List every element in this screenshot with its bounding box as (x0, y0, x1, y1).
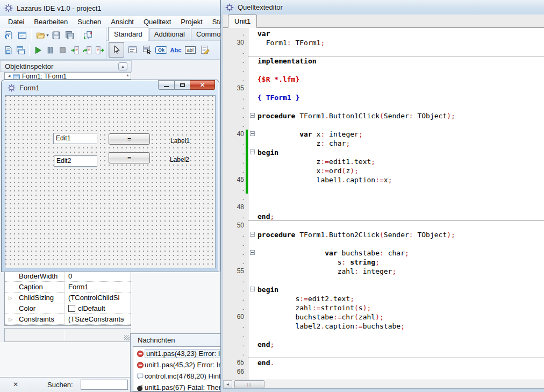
gutter-cell[interactable]: . (223, 184, 248, 194)
label1-control[interactable]: Label1 (170, 137, 190, 145)
code-line[interactable]: . (223, 331, 544, 340)
code-line[interactable]: .var (223, 29, 544, 38)
gutter-cell[interactable]: 45 (223, 175, 248, 184)
gutter-cell[interactable]: 35 (223, 84, 248, 93)
property-name[interactable]: Color (5, 303, 65, 313)
minimize-button[interactable] (158, 80, 175, 90)
code-line-body[interactable]: {$R *.lfm} (248, 75, 544, 84)
fold-marker-icon[interactable] (250, 149, 255, 154)
code-line[interactable]: . z: char; (223, 139, 544, 148)
view-forms-button[interactable] (15, 44, 27, 57)
edit1-control[interactable]: Edit1 (53, 133, 97, 144)
palette-tab-additional[interactable]: Additional (149, 28, 190, 40)
step-over-button[interactable] (81, 44, 94, 57)
code-line-body[interactable]: end; (248, 212, 544, 221)
code-line[interactable]: .end; (223, 212, 544, 221)
code-line[interactable]: 55 zahl: integer; (223, 267, 544, 276)
code-line[interactable]: 45 label1.caption:=x; (223, 175, 544, 184)
gutter-cell[interactable]: . (223, 294, 248, 303)
gutter-cell[interactable]: 65 (223, 358, 248, 367)
object-inspector-tree-row[interactable]: ◄ Form1: TForm1 ▲ (4, 72, 131, 80)
property-name[interactable]: Caption (5, 282, 65, 292)
save-all-button[interactable] (63, 28, 76, 42)
code-line-body[interactable] (248, 367, 544, 376)
code-line-body[interactable] (248, 184, 544, 194)
messages-title-bar[interactable]: Nachrichten (131, 334, 221, 346)
tpopupmenu-component[interactable] (140, 44, 153, 56)
gutter-cell[interactable]: . (223, 157, 248, 166)
menu-item-datei[interactable]: Datei (3, 17, 29, 27)
code-line-body[interactable] (248, 276, 544, 285)
gutter-cell[interactable]: . (223, 349, 248, 358)
horizontal-scrollbar[interactable]: ◄ ||| (223, 380, 544, 388)
menu-item-suchen[interactable]: Suchen (73, 17, 106, 27)
code-line[interactable]: . z:=edit1.text; (223, 157, 544, 166)
gutter-cell[interactable]: 55 (223, 267, 248, 276)
code-line-body[interactable]: procedure TForm1.Button2Click(Sender: TO… (248, 230, 544, 239)
gutter-cell[interactable]: . (223, 276, 248, 285)
gutter-cell[interactable]: . (223, 66, 248, 75)
scroll-down-button[interactable]: ▼ (121, 318, 125, 323)
code-line-body[interactable]: Form1: TForm1; (248, 38, 544, 47)
code-line-body[interactable]: zahl: integer; (248, 267, 544, 276)
code-line-body[interactable]: zahl:=strtoint(s); (248, 303, 544, 312)
code-line-body[interactable]: var buchstabe: char; (248, 248, 544, 258)
code-line[interactable]: 60 buchstabe:=chr(zahl); (223, 312, 544, 322)
scroll-left-button[interactable]: ◄ (223, 380, 232, 388)
new-unit-button[interactable] (2, 28, 16, 42)
code-line[interactable]: . (223, 239, 544, 248)
gutter-cell[interactable]: . (223, 148, 248, 157)
gutter-cell[interactable]: . (223, 248, 248, 258)
tedit-component[interactable]: abI (184, 44, 197, 56)
code-line[interactable]: .end; (223, 340, 544, 349)
gutter-cell[interactable]: . (223, 29, 248, 38)
tbutton-component[interactable]: Ok (155, 44, 168, 56)
tmainmenu-component[interactable] (126, 44, 139, 56)
code-line[interactable]: 40 var x: integer; (223, 130, 544, 139)
code-line[interactable]: 66 (223, 367, 544, 376)
gutter-cell[interactable]: . (223, 212, 248, 221)
expand-icon[interactable]: ▷ (9, 317, 12, 322)
property-value[interactable]: (TControlChildSi (65, 293, 131, 303)
code-line[interactable]: . (223, 276, 544, 285)
tab-unit1[interactable]: Unit1 (228, 15, 257, 28)
object-inspector-header[interactable]: Objektinspektor ▲ (0, 60, 132, 72)
gutter-cell[interactable]: . (223, 75, 248, 84)
code-line[interactable]: . (223, 102, 544, 111)
editor-title-bar[interactable]: Quelltexteditor (221, 0, 544, 15)
code-line-body[interactable]: var (248, 29, 544, 38)
code-line-body[interactable] (248, 220, 544, 230)
toggle-form-unit-button[interactable] (81, 28, 95, 42)
gutter-cell[interactable]: . (223, 120, 248, 130)
fold-marker-icon[interactable] (250, 287, 255, 291)
fold-marker-icon[interactable] (250, 113, 255, 118)
close-search-icon[interactable]: ✕ (13, 381, 18, 388)
code-editor[interactable]: .var30 Form1: TForm1;..implementation..{… (223, 28, 544, 380)
fold-marker-icon[interactable] (250, 131, 255, 136)
open-dropdown-caret[interactable]: ▼ (46, 33, 49, 37)
edit2-control[interactable]: Edit2 (54, 155, 97, 167)
gutter-cell[interactable]: 60 (223, 312, 248, 322)
menu-item-ansicht[interactable]: Ansicht (106, 17, 139, 27)
code-line-body[interactable] (248, 239, 544, 248)
code-line[interactable]: 48 (223, 203, 544, 212)
main-title-bar[interactable]: Lazarus IDE v1.0 - project1 (0, 0, 220, 16)
stop-button[interactable] (56, 44, 69, 57)
code-line-body[interactable]: label2.caption:=buchstabe; (248, 322, 544, 331)
palette-tab-standard[interactable]: Standard (108, 27, 148, 41)
gutter-cell[interactable]: 48 (223, 203, 248, 212)
message-row[interactable]: control.inc(4768,20) Hint: (134, 370, 220, 382)
code-line-body[interactable]: z: char; (248, 139, 544, 148)
code-line[interactable]: . (223, 47, 544, 56)
code-line[interactable]: 65end. (223, 358, 544, 367)
code-line-body[interactable]: x:=ord(z); (248, 166, 544, 175)
resize-grip[interactable] (124, 335, 130, 340)
gutter-cell[interactable]: . (223, 111, 248, 120)
new-form-button[interactable] (16, 28, 29, 42)
menu-item-projekt[interactable]: Projekt (176, 17, 207, 27)
code-line-body[interactable]: { TForm1 } (248, 93, 544, 102)
code-line-body[interactable]: buchstabe:=chr(zahl); (248, 312, 544, 322)
save-button[interactable] (49, 28, 63, 42)
gutter-cell[interactable]: . (223, 285, 248, 294)
code-line[interactable]: .implementation (223, 56, 544, 66)
